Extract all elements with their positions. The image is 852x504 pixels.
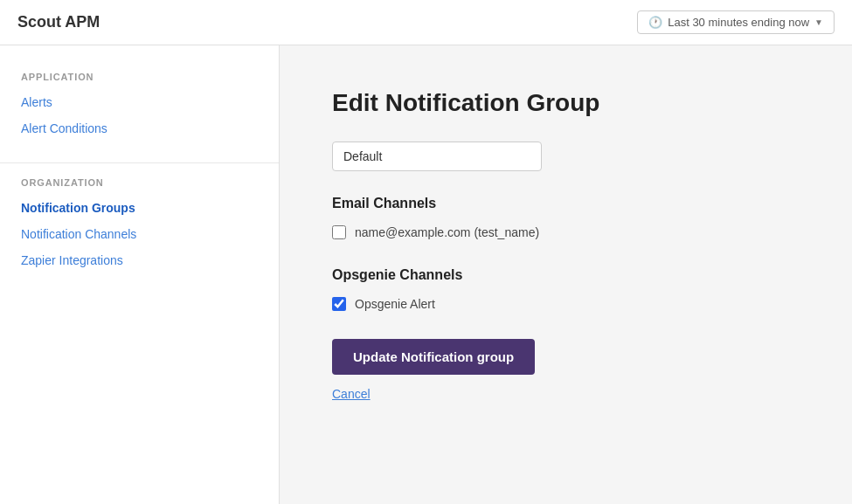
sidebar-item-alerts[interactable]: Alerts [0, 89, 279, 115]
sidebar-divider [0, 162, 279, 163]
email-channel-checkbox[interactable] [332, 225, 346, 239]
sidebar: APPLICATION Alerts Alert Conditions ORGA… [0, 45, 280, 504]
sidebar-item-zapier-integrations[interactable]: Zapier Integrations [0, 247, 279, 273]
app-logo: Scout APM [17, 13, 100, 31]
sidebar-organization-title: ORGANIZATION [0, 177, 279, 188]
sidebar-organization-section: ORGANIZATION Notification Groups Notific… [0, 177, 279, 273]
sidebar-application-title: APPLICATION [0, 72, 279, 82]
main-content: Edit Notification Group Email Channels n… [280, 45, 852, 504]
group-name-input[interactable] [332, 142, 542, 171]
opsgenie-channel-row[interactable]: Opsgenie Alert [332, 297, 800, 311]
sidebar-item-notification-groups[interactable]: Notification Groups [0, 195, 279, 221]
cancel-link[interactable]: Cancel [332, 387, 371, 401]
opsgenie-channels-title: Opsgenie Channels [332, 267, 800, 283]
sidebar-application-section: APPLICATION Alerts Alert Conditions [0, 72, 279, 142]
sidebar-item-alert-conditions[interactable]: Alert Conditions [0, 115, 279, 142]
opsgenie-channels-section: Opsgenie Channels Opsgenie Alert [332, 267, 800, 311]
email-channel-label: name@example.com (test_name) [355, 225, 539, 239]
time-range-button[interactable]: 🕐 Last 30 minutes ending now ▼ [637, 10, 835, 34]
sidebar-item-notification-channels[interactable]: Notification Channels [0, 221, 279, 247]
email-channels-section: Email Channels name@example.com (test_na… [332, 196, 800, 239]
page-layout: APPLICATION Alerts Alert Conditions ORGA… [0, 45, 852, 504]
opsgenie-channel-label: Opsgenie Alert [355, 297, 435, 311]
email-channels-title: Email Channels [332, 196, 800, 211]
time-range-label: Last 30 minutes ending now [668, 16, 809, 29]
opsgenie-channel-checkbox[interactable] [332, 297, 346, 311]
app-header: Scout APM 🕐 Last 30 minutes ending now ▼ [0, 0, 852, 45]
clock-icon: 🕐 [648, 16, 662, 29]
email-channel-row[interactable]: name@example.com (test_name) [332, 225, 800, 239]
chevron-down-icon: ▼ [814, 17, 823, 27]
submit-button[interactable]: Update Notification group [332, 339, 535, 375]
page-title: Edit Notification Group [332, 89, 800, 117]
